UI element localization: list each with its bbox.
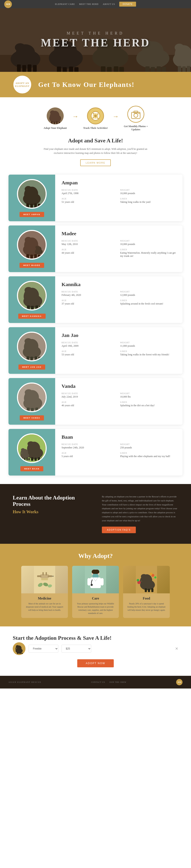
footer-join[interactable]: JOIN THE CREW — [109, 681, 126, 683]
elephant-portrait-madee — [17, 230, 47, 259]
svg-rect-8 — [28, 64, 31, 72]
svg-rect-81 — [27, 305, 30, 309]
meet-ampan-button[interactable]: MEET AMPAN — [20, 212, 44, 217]
elephant-portrait-ampan — [17, 179, 47, 209]
svg-rect-130 — [92, 569, 99, 574]
meet-janjao-button[interactable]: MEET JAN JAO — [19, 365, 46, 370]
svg-rect-13 — [57, 66, 61, 72]
why-card-medicine: Medicine Most of the animals we care for… — [21, 566, 68, 618]
svg-rect-141 — [145, 588, 147, 592]
meet-baan-button[interactable]: MEET BAAN — [20, 466, 43, 471]
svg-point-146 — [150, 572, 153, 575]
site-header: AER ELEPHANT CARE MEET THE HERD ABOUT US… — [0, 0, 191, 8]
elephant-card-right-madee: Madee Rescue Date May 12th, 2010 Weight … — [55, 225, 183, 272]
header-logo[interactable]: AER — [4, 0, 12, 8]
site-footer: ASIAN ELEPHANT RESCUE CONTACT US JOIN TH… — [0, 676, 191, 688]
meet-vanda-button[interactable]: MEET VANDA — [20, 415, 44, 421]
svg-rect-120 — [37, 575, 42, 577]
nav-about[interactable]: ABOUT US — [103, 3, 115, 5]
svg-rect-89 — [27, 356, 29, 360]
svg-rect-115 — [28, 458, 30, 460]
svg-rect-36 — [187, 66, 190, 72]
arrow-icon-1: → — [72, 113, 79, 120]
svg-rect-27 — [145, 66, 149, 72]
svg-rect-29 — [157, 66, 161, 72]
medicine-card-desc: Most of the animals we care for are in d… — [24, 602, 65, 612]
elephant-portrait-vanda — [17, 382, 47, 412]
svg-rect-73 — [38, 254, 40, 258]
nav-meet-herd[interactable]: MEET THE HERD — [79, 3, 99, 5]
adopt-banner-text: Get To Know Our Elephants! — [38, 81, 134, 89]
elephant-name-janjao: Jan Jao — [61, 333, 176, 338]
svg-rect-15 — [69, 66, 73, 72]
svg-rect-129 — [92, 574, 99, 578]
svg-rect-98 — [31, 408, 34, 411]
elephant-name-baan: Baan — [61, 434, 176, 440]
medicine-card-title: Medicine — [24, 596, 65, 600]
camera-icon — [127, 106, 144, 123]
svg-rect-22 — [114, 66, 118, 72]
svg-point-48 — [94, 115, 97, 117]
amount-select[interactable]: $25 $50 $100 $250 — [61, 645, 91, 653]
why-cards: Medicine Most of the animals we care for… — [13, 566, 178, 618]
elephant-name-ampan: Ampan — [61, 180, 176, 186]
svg-rect-30 — [162, 67, 166, 72]
age-value-ampan: 51 years old — [61, 200, 117, 204]
form-close-button[interactable]: ✕ — [175, 646, 178, 651]
medicine-card-image — [21, 566, 68, 593]
likes-value-ampan: Taking long walks in the yard — [120, 200, 176, 204]
adoption-right: By adopting an elephant you become a par… — [102, 495, 178, 533]
svg-rect-64 — [34, 203, 37, 208]
elephant-select[interactable]: Freebie Ampan Madee Kannika Jan Jao Vand… — [29, 645, 58, 653]
svg-rect-72 — [34, 254, 37, 258]
svg-rect-70 — [26, 254, 29, 258]
svg-point-57 — [138, 113, 140, 114]
step-photos: Get Monthly Photos + Updates — [123, 106, 148, 131]
adopt-now-button[interactable]: ADOPT NOW — [77, 659, 114, 667]
meet-madee-button[interactable]: MEET MADEE — [20, 263, 44, 268]
footer-brand: ASIAN ELEPHANT RESCUE — [8, 681, 42, 683]
elephant-card-janjao: MEET JAN JAO Jan Jao Rescue Date April 1… — [8, 327, 183, 374]
hero-title: MEET THE HERD — [41, 37, 150, 49]
svg-rect-153 — [20, 653, 21, 654]
elephant-details-baan: Rescue Date September 24th, 2020 Weight … — [61, 443, 176, 458]
adoption-faq-button[interactable]: ADOPTION FAQ'S — [102, 527, 136, 533]
meet-kannika-button[interactable]: MEET KANNIKA — [18, 314, 46, 319]
arrow-icon-2: → — [112, 113, 119, 120]
elephant-details-ampan: Rescue Date April 27th, 1998 Weight 10,0… — [61, 189, 176, 204]
svg-rect-92 — [38, 356, 41, 360]
elephant-card-right-janjao: Jan Jao Rescue Date April 19th, 2009 Wei… — [55, 327, 183, 374]
footer-links: CONTACT US JOIN THE CREW — [91, 681, 127, 683]
svg-rect-21 — [107, 67, 112, 72]
svg-point-76 — [35, 246, 38, 249]
svg-rect-143 — [151, 588, 154, 592]
learn-more-button[interactable]: LEARN MORE — [80, 159, 111, 166]
nav-elephant-care[interactable]: ELEPHANT CARE — [55, 3, 75, 5]
steps-title: Adopt and Save A Life! — [17, 137, 174, 144]
adopt-circle: ADOPT AN ELEPHANT — [13, 75, 32, 94]
elephant-icon — [47, 107, 64, 124]
svg-rect-16 — [74, 67, 79, 72]
donate-button[interactable]: DONATE — [119, 2, 136, 6]
elephant-card-left-ampan: MEET AMPAN — [8, 175, 55, 221]
elephant-card-left-vanda: MEET VANDA — [8, 378, 55, 425]
svg-rect-34 — [178, 66, 181, 72]
svg-rect-28 — [151, 67, 155, 72]
svg-rect-134 — [101, 578, 104, 586]
svg-rect-112 — [22, 458, 23, 460]
footer-logo: AER — [176, 679, 183, 685]
rescue-date-value-ampan: April 27th, 1998 — [61, 192, 117, 195]
elephant-details-janjao: Rescue Date April 19th, 2009 Weight 11,0… — [61, 341, 176, 356]
svg-rect-106 — [34, 458, 37, 461]
step-track-label: Track Their Activities! — [83, 126, 108, 130]
svg-point-140 — [137, 579, 139, 582]
svg-rect-113 — [24, 458, 25, 460]
food-card-body: Food Nearly 20% of a sanctuary's day is … — [123, 593, 170, 615]
svg-point-145 — [154, 577, 156, 579]
footer-contact[interactable]: CONTACT US — [91, 681, 105, 683]
adopt-banner: ADOPT AN ELEPHANT Get To Know Our Elepha… — [0, 72, 191, 97]
adoption-left: Learn About the Adoption Process How It … — [13, 495, 89, 533]
age-label: Age — [61, 197, 117, 200]
svg-rect-99 — [35, 407, 38, 411]
steps-section: Adopt Your Elephant → Track Their Activi… — [0, 97, 191, 170]
